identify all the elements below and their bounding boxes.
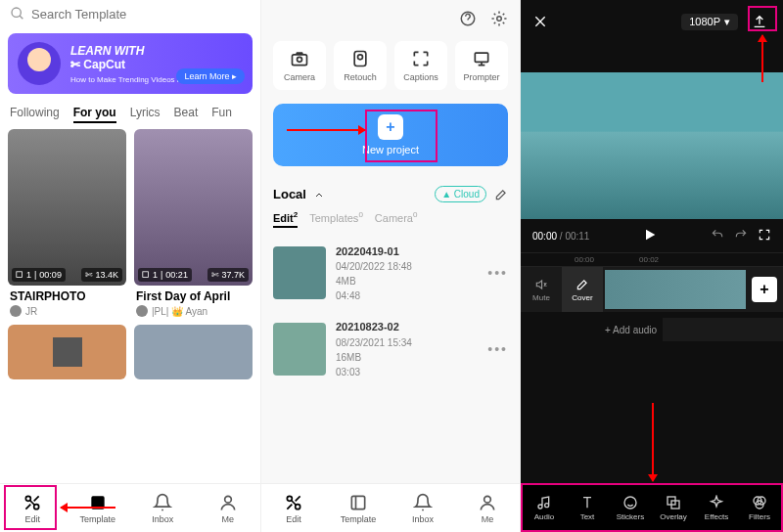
template-card[interactable]: 1 | 00:21 ✄ 37.7K First Day of April |PL…	[134, 129, 253, 319]
svg-point-6	[224, 496, 231, 503]
more-icon[interactable]: •••	[487, 341, 508, 357]
svg-point-12	[358, 55, 363, 60]
uses-badge: ✄ 13.4K	[81, 268, 122, 282]
time-display: 00:00 / 00:11	[532, 231, 589, 242]
project-info: 20220419-01 04/20/2022 18:48 4MB 04:48	[336, 244, 412, 304]
category-tabs: Following For you Lyrics Beat Fun	[0, 100, 260, 129]
svg-rect-1	[17, 272, 23, 278]
learn-more-button[interactable]: Learn More ▸	[176, 68, 245, 84]
cover-button[interactable]: Cover	[562, 267, 603, 312]
learn-banner[interactable]: LEARN WITH ✄ CapCut How to Make Trending…	[8, 33, 253, 94]
tab-edit[interactable]: Edit	[261, 484, 326, 532]
template-card[interactable]	[134, 325, 253, 379]
svg-rect-9	[293, 55, 307, 66]
more-icon[interactable]: •••	[487, 265, 508, 281]
banner-line1: LEARN WITH	[70, 44, 210, 58]
project-thumb	[273, 246, 326, 299]
video-track[interactable]: Mute Cover +	[521, 267, 783, 312]
avatar	[136, 305, 148, 317]
search-icon	[10, 6, 25, 22]
settings-icon[interactable]	[490, 10, 508, 27]
tool-text[interactable]: Text	[566, 485, 609, 530]
tool-filters[interactable]: Filters	[738, 485, 781, 530]
template-card[interactable]	[8, 325, 126, 379]
arrow-to-export	[761, 35, 763, 82]
uses-badge: ✄ 37.7K	[207, 268, 249, 282]
tab-me[interactable]: Me	[196, 484, 261, 532]
tab-lyrics[interactable]: Lyrics	[130, 106, 161, 123]
tool-audio[interactable]: Audio	[523, 485, 566, 530]
tool-captions[interactable]: Captions	[394, 41, 447, 90]
undo-button[interactable]	[711, 228, 724, 244]
tool-prompter[interactable]: Prompter	[455, 41, 508, 90]
redo-button[interactable]	[734, 228, 748, 244]
svg-rect-13	[475, 53, 487, 62]
template-grid-row2	[0, 319, 260, 385]
resolution-dropdown[interactable]: 1080P ▾	[681, 14, 738, 30]
svg-point-10	[298, 57, 302, 62]
audio-track[interactable]: + Add audio	[521, 312, 783, 347]
local-label: Local	[273, 187, 306, 201]
svg-rect-2	[143, 272, 149, 278]
search-bar[interactable]	[0, 0, 260, 27]
local-header: Local ▲ Cloud	[261, 176, 520, 206]
tool-retouch[interactable]: Retouch	[334, 41, 387, 90]
cloud-button[interactable]: ▲ Cloud	[435, 186, 486, 202]
tool-stickers[interactable]: Stickers	[609, 485, 652, 530]
tab-inbox[interactable]: Inbox	[391, 484, 455, 532]
project-thumb	[273, 323, 326, 376]
ltab-camera[interactable]: Camera0	[375, 210, 418, 228]
close-icon[interactable]	[532, 14, 548, 29]
svg-point-0	[12, 8, 21, 17]
video-clip[interactable]	[605, 270, 746, 309]
avatar	[10, 305, 22, 317]
edit-icon[interactable]	[494, 188, 508, 201]
highlight-export	[748, 6, 777, 31]
ltab-edit[interactable]: Edit2	[273, 210, 298, 228]
clip-duration-badge: 1 | 00:09	[12, 268, 66, 282]
editor-screen: 1080P ▾ 00:00 / 00:11 00:0000:02 Mute Co…	[521, 0, 783, 532]
svg-point-17	[484, 496, 491, 503]
banner-illustration	[18, 42, 61, 85]
project-row[interactable]: 20210823-02 08/23/2021 15:34 16MB 03:03 …	[261, 311, 520, 387]
tab-inbox[interactable]: Inbox	[130, 484, 196, 532]
top-icons	[261, 0, 520, 37]
timeline: 00:0000:02 Mute Cover + + Add audio	[521, 252, 783, 347]
fullscreen-icon[interactable]	[758, 228, 771, 244]
ltab-templates[interactable]: Templates0	[309, 210, 363, 228]
tool-effects[interactable]: Effects	[695, 485, 738, 530]
search-input[interactable]	[31, 7, 251, 22]
tab-me[interactable]: Me	[455, 484, 520, 532]
arrow-to-edit	[61, 507, 115, 509]
arrow-to-new-project	[287, 129, 365, 131]
arrow-to-tools	[652, 403, 654, 481]
tool-camera[interactable]: Camera	[273, 41, 326, 90]
editor-toolbar: Audio Text Stickers Overlay Effects Filt…	[521, 483, 783, 532]
clip-duration-badge: 1 | 00:21	[138, 268, 192, 282]
tab-beat[interactable]: Beat	[174, 106, 199, 123]
tab-fun[interactable]: Fun	[211, 106, 232, 123]
tab-for-you[interactable]: For you	[73, 106, 116, 123]
mute-button[interactable]: Mute	[521, 278, 562, 302]
video-preview[interactable]	[521, 72, 783, 219]
svg-point-8	[497, 17, 502, 22]
help-icon[interactable]	[459, 10, 477, 27]
template-author: JR	[10, 305, 124, 317]
template-card[interactable]: 1 | 00:09 ✄ 13.4K STAIRPHOTO JR	[8, 129, 126, 319]
tool-overlay[interactable]: Overlay	[652, 485, 695, 530]
highlight-new-project	[365, 110, 438, 162]
tool-row: Camera Retouch Captions Prompter	[261, 37, 520, 94]
home-screen: Camera Retouch Captions Prompter + New p…	[260, 0, 521, 532]
project-row[interactable]: 20220419-01 04/20/2022 18:48 4MB 04:48 •…	[261, 236, 520, 312]
template-grid: 1 | 00:09 ✄ 13.4K STAIRPHOTO JR 1 | 00:2…	[0, 129, 260, 319]
play-button[interactable]	[642, 227, 658, 244]
new-project-button[interactable]: + New project	[273, 104, 508, 166]
svg-point-18	[624, 497, 636, 509]
template-author: |PL| 👑 Ayan	[136, 305, 251, 317]
local-tabs: Edit2 Templates0 Camera0	[261, 206, 520, 236]
tab-following[interactable]: Following	[10, 106, 60, 123]
add-clip-button[interactable]: +	[752, 277, 777, 302]
tab-template[interactable]: Template	[326, 484, 391, 532]
bottom-tabbar: Edit Template Inbox Me	[261, 483, 520, 532]
chevron-up-icon[interactable]	[314, 190, 324, 200]
